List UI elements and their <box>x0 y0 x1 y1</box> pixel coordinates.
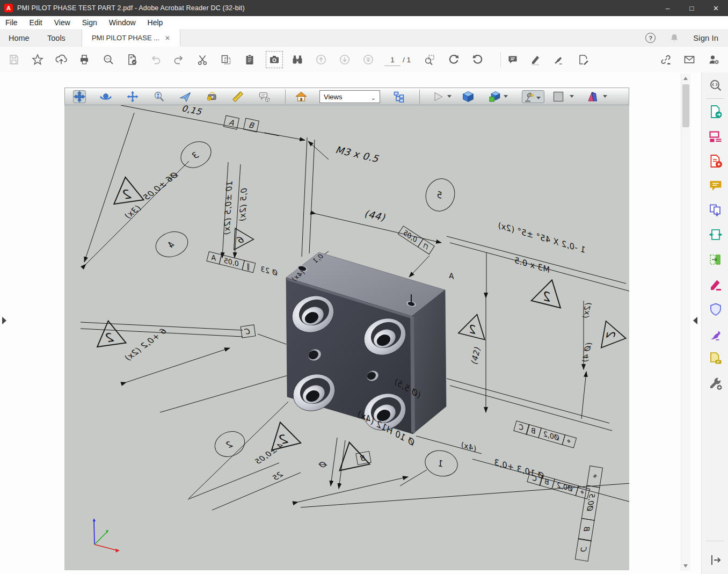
protect-icon[interactable] <box>709 302 723 316</box>
maximize-button[interactable]: □ <box>680 0 704 16</box>
page-number-input[interactable] <box>384 54 401 66</box>
main-toolbar: / 1 <box>0 47 728 73</box>
star-favorite-icon[interactable] <box>32 54 43 66</box>
vertical-scrollbar[interactable] <box>681 74 690 571</box>
page-count-label: / 1 <box>403 56 411 64</box>
render-mode-cube-button[interactable] <box>462 91 474 103</box>
left-panel-expand-icon[interactable] <box>2 317 6 324</box>
scroll-up-icon[interactable] <box>683 77 688 80</box>
zoom-tool[interactable] <box>153 91 165 103</box>
last-page-icon <box>362 54 374 66</box>
help-icon[interactable]: ? <box>645 33 656 43</box>
rotate-tool[interactable] <box>74 91 85 103</box>
snapshot-camera-tool[interactable] <box>268 54 280 66</box>
rotate-counterclockwise-icon[interactable] <box>472 54 484 66</box>
measure-ruler-tool[interactable] <box>232 91 244 103</box>
tools-panel-collapse-icon[interactable] <box>693 317 697 324</box>
render-options-caret-icon[interactable] <box>504 95 508 98</box>
send-for-comments-icon[interactable] <box>709 352 723 366</box>
cut-icon[interactable] <box>196 54 208 66</box>
expand-panel-icon[interactable] <box>709 553 723 567</box>
create-pdf-icon[interactable] <box>709 154 723 168</box>
fill-and-sign-icon[interactable] <box>577 54 589 66</box>
share-people-icon[interactable] <box>708 54 719 66</box>
next-view-icon <box>339 54 351 66</box>
3d-comment-tool[interactable] <box>258 91 270 103</box>
copy-snapshot-icon[interactable] <box>220 54 232 66</box>
redact-icon[interactable] <box>709 278 723 292</box>
menu-edit[interactable]: Edit <box>30 18 42 27</box>
more-tools-icon[interactable] <box>709 376 723 390</box>
share-upload-icon[interactable] <box>55 54 67 66</box>
previous-view-icon <box>315 54 327 66</box>
scan-and-ocr-icon[interactable] <box>709 253 723 267</box>
rotate-clockwise-icon[interactable] <box>448 54 460 66</box>
scrollbar-thumb[interactable] <box>682 84 689 127</box>
save-icon[interactable] <box>8 54 20 66</box>
redo-icon[interactable] <box>173 54 185 66</box>
sign-in-button[interactable]: Sign In <box>693 33 718 42</box>
minimize-button[interactable]: – <box>656 0 680 16</box>
tab-bar: Home Tools PMI PILOT PHASE ... ✕ ? Sign … <box>0 29 728 47</box>
clipboard-paste-icon[interactable] <box>244 54 256 66</box>
menu-bar: File Edit View Sign Window Help <box>0 16 728 30</box>
sign-pen-icon[interactable] <box>553 54 565 66</box>
cross-section-button[interactable] <box>587 91 599 103</box>
find-binoculars-icon[interactable] <box>292 54 303 66</box>
views-dropdown[interactable]: Views ⌄ <box>319 90 380 103</box>
document-area: Views ⌄ <box>0 72 728 574</box>
fly-tool[interactable] <box>179 91 191 103</box>
play-animation-button <box>432 91 444 103</box>
verify-check-icon[interactable] <box>126 54 138 66</box>
edit-pdf-icon[interactable] <box>709 129 723 143</box>
window-title: PMI PILOT PHASE TEST PART 2.pdf - Adobe … <box>17 4 245 12</box>
comment-icon[interactable] <box>507 54 519 66</box>
extra-lighting-lamp-button[interactable] <box>522 91 544 103</box>
combine-files-icon[interactable] <box>709 204 723 217</box>
camera-view-tool[interactable] <box>206 91 217 103</box>
menu-view[interactable]: View <box>54 18 70 27</box>
search-icon[interactable] <box>103 54 114 66</box>
pdf-3d-page: Views ⌄ <box>64 88 629 570</box>
email-icon[interactable] <box>683 54 695 66</box>
fill-sign-tool-icon[interactable] <box>709 327 723 341</box>
play-options-caret-icon[interactable] <box>447 95 452 98</box>
undo-icon <box>150 54 162 66</box>
tools-rail <box>701 72 728 574</box>
pan-tool[interactable] <box>127 91 139 103</box>
acrobat-window: A PMI PILOT PHASE TEST PART 2.pdf - Adob… <box>0 0 728 574</box>
highlight-icon[interactable] <box>529 54 541 66</box>
search-tools-icon[interactable] <box>709 79 723 93</box>
scroll-down-icon[interactable] <box>683 564 688 568</box>
print-icon[interactable] <box>78 54 90 66</box>
3d-viewer-toolbar: Views ⌄ <box>64 88 629 105</box>
views-dropdown-value: Views <box>324 93 342 101</box>
model-tree-button[interactable] <box>393 91 405 103</box>
tab-tools[interactable]: Tools <box>47 29 65 47</box>
acrobat-logo-icon: A <box>4 4 13 12</box>
title-bar: A PMI PILOT PHASE TEST PART 2.pdf - Adob… <box>0 0 728 16</box>
background-color-caret-icon[interactable] <box>570 95 574 98</box>
menu-window[interactable]: Window <box>109 18 136 27</box>
cross-section-caret-icon[interactable] <box>603 95 607 98</box>
share-link-icon[interactable] <box>660 54 672 66</box>
chevron-down-icon: ⌄ <box>371 95 376 101</box>
close-button[interactable]: ✕ <box>704 0 728 16</box>
background-color-button[interactable] <box>552 91 564 103</box>
tab-home[interactable]: Home <box>9 29 30 47</box>
marquee-zoom-icon[interactable] <box>424 54 435 66</box>
3d-model-canvas[interactable] <box>64 105 629 570</box>
menu-help[interactable]: Help <box>148 18 163 27</box>
menu-file[interactable]: File <box>5 18 18 27</box>
export-pdf-icon[interactable] <box>709 105 723 119</box>
organize-pages-icon[interactable] <box>709 228 723 242</box>
home-view-button[interactable] <box>295 91 307 103</box>
menu-sign[interactable]: Sign <box>82 18 97 27</box>
tab-document[interactable]: PMI PILOT PHASE ... ✕ <box>82 29 180 47</box>
render-mode-options-button[interactable] <box>489 91 500 103</box>
comment-tool-icon[interactable] <box>709 179 723 193</box>
notifications-bell-icon[interactable] <box>669 33 679 43</box>
tab-close-icon[interactable]: ✕ <box>165 34 170 42</box>
spin-tool[interactable] <box>100 91 112 103</box>
tab-document-label: PMI PILOT PHASE ... <box>92 34 159 42</box>
